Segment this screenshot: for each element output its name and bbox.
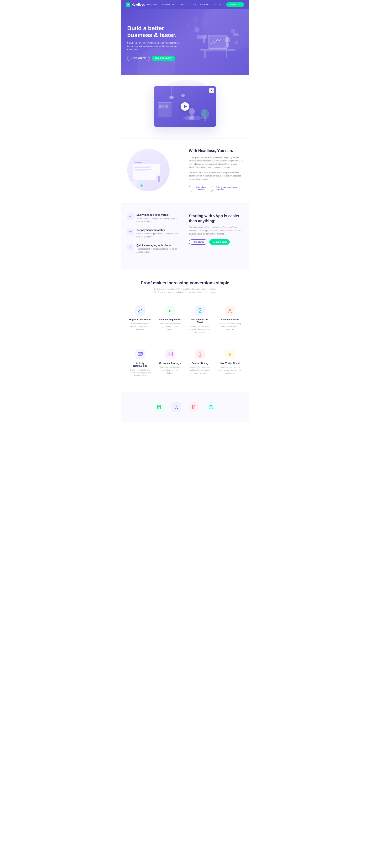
proof-icon-conversions: [135, 306, 145, 316]
svg-rect-17: [197, 37, 200, 37]
proof-card-social-influence: Social Influence Seeing other visitors t…: [217, 302, 243, 338]
feature-item-1-text: Easily manage your works. Another projec…: [136, 213, 181, 223]
with-headless-para1: Lorem ipsum dolor sit amet, consectetur …: [189, 156, 243, 169]
features-right-desc: Big, small, online, offline, local or ot…: [189, 226, 243, 236]
svg-rect-81: [193, 405, 195, 409]
svg-point-31: [201, 109, 206, 116]
hero-illustration: [189, 18, 243, 68]
proof-card-desc-1: Your advertising spend will go further t…: [159, 322, 181, 331]
proof-card-higher-conversions: Higher Conversions Convert more website …: [127, 302, 153, 338]
proof-card-desc-0: Convert more website visitors into signu…: [129, 322, 151, 331]
feature-icon-messaging: [127, 244, 134, 250]
nav-technology[interactable]: Technology: [161, 3, 175, 6]
cta-icon-col-2: [189, 402, 199, 412]
svg-line-8: [225, 45, 226, 48]
svg-rect-24: [165, 104, 168, 108]
proof-card-title-4: Activity Notifications: [129, 362, 151, 367]
proof-card-title-2: Increase Visitor Trust: [189, 318, 211, 324]
svg-point-6: [225, 37, 230, 43]
features-left-col: Easily manage your works. Another projec…: [127, 213, 181, 259]
nav-download-button[interactable]: Download: [226, 2, 244, 7]
play-button[interactable]: [181, 102, 189, 111]
svg-rect-4: [210, 37, 226, 47]
svg-point-60: [229, 309, 231, 311]
features-request-demo-button[interactable]: Request a Demo: [209, 239, 230, 245]
svg-point-59: [198, 308, 202, 313]
svg-point-44: [158, 176, 160, 179]
feature-item-1-desc: Another projects managed with a easy des…: [136, 217, 181, 223]
proof-card-timing: Custom Timing Control when, how long and…: [187, 345, 213, 381]
proof-card-desc-6: Control when, how long and how fast noti…: [189, 366, 211, 375]
get-started-button[interactable]: → GET STARTED: [127, 56, 150, 61]
bottom-cta-section: [122, 393, 248, 422]
svg-rect-1: [204, 51, 206, 58]
proof-card-desc-3: Seeing other visitors taking action crea…: [219, 322, 241, 331]
nav-docs[interactable]: Docs: [190, 3, 196, 6]
hero-subtitle: Smart companies use ChartMogul to drive …: [127, 41, 185, 52]
with-headless-para2: Duis aute irure dolor in reprehenderit i…: [189, 171, 243, 181]
video-thumbnail[interactable]: ▶: [154, 86, 216, 127]
svg-rect-21: [158, 102, 171, 103]
svg-rect-46: [132, 181, 137, 186]
cta-icon-3[interactable]: [206, 402, 216, 412]
hero-text: Build a better business & faster. Smart …: [127, 25, 185, 61]
proof-card-save-acquisition: $ Save on Acquisition Your advertising s…: [157, 302, 183, 338]
svg-rect-16: [197, 36, 201, 36]
proof-card-title-1: Save on Acquisition: [159, 318, 181, 321]
svg-text:$: $: [169, 309, 171, 313]
request-demo-button[interactable]: REQUEST A DEMO: [152, 56, 175, 61]
proof-grid-row2: ! Activity Notifications Display recent …: [127, 345, 243, 381]
cta-icon-col-3: [206, 402, 216, 412]
svg-line-71: [200, 354, 201, 355]
navigation: H Headless Features Technology Demos Doc…: [122, 0, 248, 9]
svg-rect-18: [233, 33, 239, 36]
svg-point-10: [202, 35, 207, 39]
more-about-headless-button[interactable]: More about Headless: [189, 185, 213, 192]
proof-icon-timing: [195, 349, 205, 359]
feature-left-col: [127, 149, 181, 191]
proof-card-activity: ! Activity Notifications Display recent …: [127, 345, 153, 381]
svg-line-9: [229, 45, 229, 48]
svg-point-35: [181, 94, 185, 97]
nav-demos[interactable]: Demos: [179, 3, 187, 6]
feature-item-3-desc: The proportions of this apartment are li…: [136, 247, 181, 254]
feature-item-3: Quick messaging with clients. The propor…: [127, 244, 181, 254]
nav-features[interactable]: Features: [147, 3, 158, 6]
features-get-started-button[interactable]: → Get started: [189, 239, 207, 245]
proof-card-desc-4: Display recent sales and opt-ins on your…: [129, 368, 151, 377]
feature-item-2-title: Get payments smoothly.: [136, 228, 181, 231]
feature-circle-illustration: [127, 149, 170, 191]
svg-rect-40: [135, 167, 150, 168]
svg-rect-14: [235, 40, 239, 44]
feature-item-1: Easily manage your works. Another projec…: [127, 213, 181, 223]
logo[interactable]: H Headless: [126, 2, 145, 7]
svg-rect-13: [231, 29, 235, 33]
logo-text: Headless: [131, 3, 145, 6]
proof-icon-journeys: [165, 349, 175, 359]
feature-item-2: Get payments smoothly. Clean aesthetics …: [127, 228, 181, 239]
cta-icon-2[interactable]: [189, 402, 199, 412]
with-headless-title: With Headless, You can.: [189, 148, 243, 153]
proof-icon-trust: [195, 306, 205, 316]
svg-rect-83: [193, 409, 194, 409]
proof-title: Proof makes increasing conversions simpl…: [127, 280, 243, 285]
cta-icon-0[interactable]: [154, 402, 164, 412]
feature-icon-manage: [127, 213, 134, 220]
svg-rect-20: [158, 102, 171, 117]
proof-card-title-3: Social Influence: [219, 318, 241, 321]
feature-item-2-desc: Clean aesthetics supported by a strong c…: [136, 232, 181, 239]
proof-subtitle: Getting a conversion boost didn't used t…: [152, 287, 218, 294]
create-something-link[interactable]: let's create something together: [216, 186, 243, 190]
svg-rect-23: [162, 104, 164, 108]
proof-icon-visitors: [225, 349, 235, 359]
proof-icon-social: [225, 306, 235, 316]
svg-rect-0: [200, 49, 235, 51]
features-right-buttons: → Get started Request a Demo: [189, 239, 243, 245]
proof-card-desc-7: Show how many visitors are browsing your…: [219, 366, 241, 375]
features-list-section: Easily manage your works. Another projec…: [122, 204, 248, 269]
cta-icon-1[interactable]: [171, 402, 181, 412]
nav-support[interactable]: Support: [199, 3, 209, 6]
feature-item-2-text: Get payments smoothly. Clean aesthetics …: [136, 228, 181, 239]
hero-title: Build a better business & faster.: [127, 25, 185, 38]
nav-contact[interactable]: Contact: [213, 3, 223, 6]
